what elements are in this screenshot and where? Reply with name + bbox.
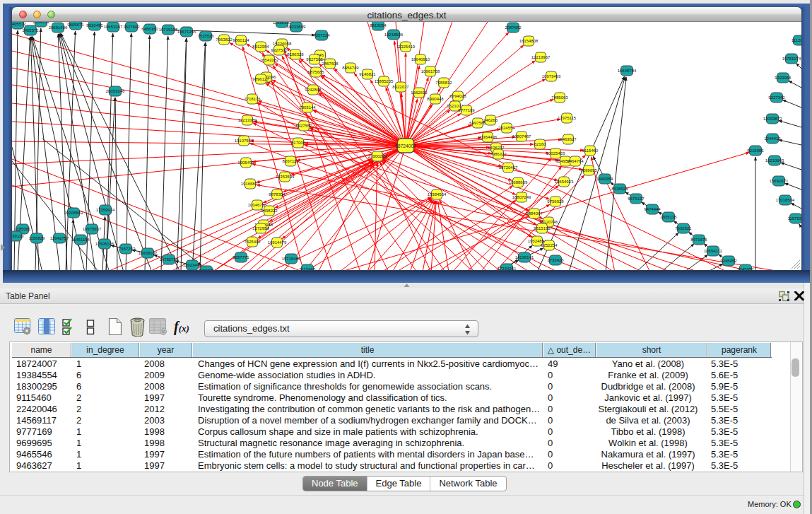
svg-text:8878354: 8878354: [269, 192, 286, 197]
svg-text:1640954: 1640954: [596, 177, 613, 181]
svg-text:1527602: 1527602: [123, 25, 140, 29]
svg-text:17957253: 17957253: [117, 247, 136, 251]
svg-text:19218506: 19218506: [384, 33, 404, 37]
svg-text:12923448: 12923448: [183, 263, 202, 267]
svg-text:6679197: 6679197: [628, 197, 645, 201]
svg-text:2104559: 2104559: [33, 22, 49, 24]
svg-text:10975657: 10975657: [83, 227, 102, 231]
svg-text:12213967: 12213967: [531, 55, 551, 59]
svg-text:8267110: 8267110: [283, 159, 300, 163]
svg-text:8990448: 8990448: [427, 97, 444, 101]
svg-text:1562615: 1562615: [411, 90, 428, 95]
svg-text:62160: 62160: [534, 142, 546, 146]
svg-text:17975115: 17975115: [558, 116, 577, 120]
svg-text:16154808: 16154808: [519, 39, 539, 43]
svg-text:15716485: 15716485: [282, 257, 301, 261]
svg-text:19166827: 19166827: [241, 182, 260, 186]
svg-text:9329966: 9329966: [775, 76, 792, 80]
svg-text:5875685: 5875685: [307, 70, 324, 74]
svg-text:15751074: 15751074: [782, 57, 801, 61]
svg-text:1185061: 1185061: [15, 227, 32, 231]
svg-text:8813054: 8813054: [370, 23, 387, 28]
svg-text:1733426: 1733426: [547, 258, 564, 262]
svg-text:9463627: 9463627: [560, 137, 577, 141]
svg-text:1156829: 1156829: [29, 236, 46, 240]
svg-text:8938923: 8938923: [611, 187, 628, 191]
svg-text:7955812: 7955812: [435, 81, 452, 85]
svg-text:8454749: 8454749: [342, 66, 359, 70]
svg-text:9115460: 9115460: [582, 148, 599, 153]
svg-text:9227342: 9227342: [768, 95, 785, 100]
svg-text:20364436: 20364436: [478, 135, 498, 139]
svg-text:9327500: 9327500: [271, 48, 288, 52]
svg-text:10688609: 10688609: [509, 180, 528, 185]
svg-text:19384554: 19384554: [428, 192, 447, 197]
svg-text:10958107: 10958107: [139, 251, 158, 255]
svg-text:10961758: 10961758: [421, 69, 440, 74]
svg-text:10807487: 10807487: [512, 134, 531, 139]
svg-text:9884067: 9884067: [526, 211, 543, 216]
svg-text:8427552: 8427552: [295, 124, 312, 128]
svg-text:9339119: 9339119: [12, 234, 24, 238]
svg-text:6466160: 6466160: [141, 27, 158, 31]
svg-text:12942757: 12942757: [50, 236, 69, 240]
svg-text:9245052: 9245052: [737, 267, 754, 270]
svg-text:18640910: 18640910: [411, 57, 430, 62]
svg-text:2087682: 2087682: [505, 25, 522, 30]
svg-text:9474444: 9474444: [644, 207, 661, 211]
svg-text:10025453: 10025453: [546, 151, 565, 156]
svg-text:16671355: 16671355: [177, 30, 196, 34]
svg-text:1112075: 1112075: [792, 38, 801, 42]
svg-text:16210643: 16210643: [765, 158, 784, 163]
svg-text:11325419: 11325419: [396, 45, 416, 49]
svg-text:9245052: 9245052: [720, 259, 737, 263]
svg-text:1167533: 1167533: [788, 216, 801, 221]
svg-text:17334261: 17334261: [498, 267, 517, 270]
svg-text:12505135: 12505135: [95, 242, 114, 246]
svg-text:20206563: 20206563: [64, 211, 83, 215]
svg-text:1905493: 1905493: [237, 160, 254, 165]
svg-text:6794028: 6794028: [449, 94, 466, 98]
svg-text:9896127: 9896127: [252, 77, 269, 81]
svg-text:15692971: 15692971: [770, 179, 789, 183]
svg-text:917006: 917006: [291, 141, 306, 145]
svg-text:11451194: 11451194: [71, 238, 90, 242]
svg-text:7625402: 7625402: [244, 240, 261, 244]
svg-text:9657771: 9657771: [233, 255, 249, 259]
svg-text:1615192: 1615192: [534, 226, 551, 230]
svg-text:20691406: 20691406: [49, 25, 68, 30]
svg-text:9327508: 9327508: [306, 57, 323, 62]
svg-text:7485063: 7485063: [551, 95, 568, 100]
svg-text:2803144: 2803144: [299, 105, 316, 110]
svg-text:1405572: 1405572: [22, 28, 39, 33]
svg-text:23300203: 23300203: [368, 154, 387, 158]
svg-text:3624554: 3624554: [498, 126, 515, 130]
svg-text:2867608: 2867608: [322, 62, 339, 66]
svg-text:10107553: 10107553: [235, 139, 254, 143]
svg-text:8186328: 8186328: [287, 52, 304, 57]
svg-text:7632621: 7632621: [675, 226, 692, 230]
svg-text:8912954: 8912954: [252, 45, 269, 49]
svg-text:10719185: 10719185: [159, 28, 178, 32]
svg-text:1405572: 1405572: [12, 22, 26, 26]
svg-text:9657771: 9657771: [198, 269, 215, 270]
svg-text:9498222: 9498222: [261, 209, 278, 213]
svg-text:8215955: 8215955: [747, 148, 764, 153]
svg-text:10653267: 10653267: [104, 25, 123, 29]
svg-text:2718176: 2718176: [244, 97, 261, 101]
svg-text:8322037: 8322037: [392, 85, 409, 89]
svg-text:12353594: 12353594: [276, 175, 295, 179]
svg-text:8610495: 8610495: [86, 23, 103, 28]
svg-text:9699695: 9699695: [580, 168, 597, 173]
svg-text:12213389: 12213389: [238, 118, 257, 122]
svg-text:9464764: 9464764: [567, 159, 584, 163]
svg-text:16648784: 16648784: [618, 69, 637, 73]
svg-text:20053346: 20053346: [106, 89, 125, 93]
svg-text:7986322: 7986322: [490, 152, 507, 156]
svg-text:15720407: 15720407: [499, 165, 518, 170]
svg-text:16914479: 16914479: [268, 240, 287, 245]
svg-text:15885205: 15885205: [375, 79, 394, 83]
svg-text:16782759: 16782759: [160, 257, 179, 262]
svg-text:16543382: 16543382: [260, 58, 279, 62]
svg-text:2935135: 2935135: [660, 215, 677, 219]
